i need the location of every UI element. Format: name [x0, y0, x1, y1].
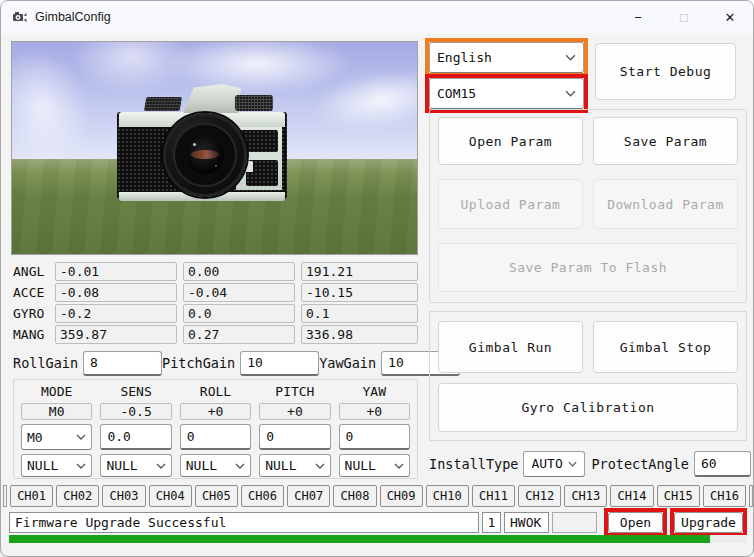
cloud [72, 41, 192, 92]
mang-x-value: 359.87 [55, 325, 177, 344]
row-label: ACCE [13, 285, 49, 300]
tab-ch06[interactable]: CH06 [241, 485, 284, 507]
mang-z-value: 336.98 [301, 325, 418, 344]
save-param-to-flash-button[interactable]: Save Param To Flash [438, 243, 738, 292]
open-param-button[interactable]: Open Param [438, 117, 583, 165]
tab-ch14[interactable]: CH14 [610, 485, 653, 507]
protect-angle-input[interactable] [694, 451, 751, 477]
tab-ch13[interactable]: CH13 [564, 485, 607, 507]
minimize-button[interactable]: − [615, 1, 661, 33]
tab-ch11[interactable]: CH11 [472, 485, 515, 507]
gyro-y-value: 0.0 [183, 304, 295, 323]
sens-input[interactable] [100, 424, 171, 450]
telemetry-table: ANGL -0.01 0.00 191.21 ACCE -0.08 -0.04 … [13, 262, 418, 344]
chevron-down-icon [76, 434, 86, 440]
pitch-input[interactable] [259, 424, 330, 450]
chevron-down-icon [394, 463, 404, 469]
language-highlight-box: English [425, 38, 588, 77]
rollgain-label: RollGain [13, 355, 78, 371]
gimbal-button-group: Gimbal Run Gimbal Stop Gyro Calibration [429, 311, 747, 441]
upload-param-button[interactable]: Upload Param [438, 179, 583, 229]
table-row: GYRO -0.2 0.0 0.1 [13, 304, 418, 323]
tab-ch09[interactable]: CH09 [380, 485, 423, 507]
start-debug-button[interactable]: Start Debug [595, 43, 736, 100]
status-count-field: 1 [482, 512, 501, 533]
mode-table-group: MODE SENS ROLL PITCH YAW M0 -0.5 +0 +0 +… [13, 379, 418, 479]
tab-ch01[interactable]: CH01 [10, 485, 53, 507]
open-firmware-button[interactable]: Open [608, 512, 663, 533]
window-title: GimbalConfig [35, 10, 111, 24]
roll-header: ROLL [180, 384, 251, 399]
tab-strip-edge [749, 485, 753, 507]
yaw-input[interactable] [339, 424, 410, 450]
yaw-null-select[interactable]: NULL [339, 454, 410, 477]
current-yaw-value: +0 [339, 403, 410, 420]
install-type-label: InstallType [429, 456, 518, 472]
maximize-button[interactable]: □ [661, 1, 707, 33]
rollgain-input[interactable] [83, 351, 162, 376]
angl-yaw-value: 191.21 [301, 262, 418, 281]
close-button[interactable]: ✕ [707, 1, 753, 33]
tab-ch02[interactable]: CH02 [56, 485, 99, 507]
upgrade-firmware-button[interactable]: Upgrade [674, 512, 743, 533]
pitch-null-select[interactable]: NULL [259, 454, 330, 477]
tab-ch08[interactable]: CH08 [333, 485, 376, 507]
chevron-down-icon [76, 463, 86, 469]
chevron-down-icon [565, 90, 576, 97]
tab-strip-edge [3, 485, 7, 507]
roll-null-select[interactable]: NULL [180, 454, 251, 477]
sens-null-select[interactable]: NULL [100, 454, 171, 477]
param-button-group: Open Param Save Param Upload Param Downl… [429, 109, 747, 303]
language-select[interactable]: English [429, 42, 584, 73]
tab-ch10[interactable]: CH10 [426, 485, 469, 507]
row-label: GYRO [13, 306, 49, 321]
chevron-down-icon [565, 54, 576, 61]
mode-select[interactable]: M0 [21, 424, 92, 450]
title-bar: GimbalConfig − □ ✕ [1, 1, 753, 33]
tab-ch03[interactable]: CH03 [102, 485, 145, 507]
current-sens-value: -0.5 [100, 403, 171, 420]
gimbal-run-button[interactable]: Gimbal Run [438, 321, 583, 373]
tab-ch16[interactable]: CH16 [703, 485, 746, 507]
firmware-progress-bar [9, 535, 747, 543]
acce-x-value: -0.08 [55, 283, 177, 302]
gimbal-3d-viewport[interactable] [11, 41, 418, 255]
protect-angle-label: ProtectAngle [591, 456, 689, 472]
camera-3d-model [117, 110, 287, 202]
angl-roll-value: -0.01 [55, 262, 177, 281]
install-settings-row: InstallType AUTO ProtectAngle [429, 450, 747, 477]
chevron-down-icon [315, 463, 325, 469]
acce-z-value: -10.15 [301, 283, 418, 302]
status-empty-field [552, 512, 597, 533]
gyro-calibration-button[interactable]: Gyro Calibration [438, 383, 738, 432]
tab-ch04[interactable]: CH04 [149, 485, 192, 507]
roll-input[interactable] [180, 424, 251, 450]
table-row: ANGL -0.01 0.00 191.21 [13, 262, 418, 281]
com-port-select[interactable]: COM15 [429, 78, 584, 109]
download-param-button[interactable]: Download Param [593, 179, 738, 229]
gyro-z-value: 0.1 [301, 304, 418, 323]
tab-ch15[interactable]: CH15 [657, 485, 700, 507]
tab-ch12[interactable]: CH12 [518, 485, 561, 507]
open-highlight-box: Open [604, 508, 667, 537]
status-message-field: Firmware Upgrade Successful [9, 512, 479, 533]
gains-row: RollGain PitchGain YawGain [13, 350, 418, 376]
gimbal-stop-button[interactable]: Gimbal Stop [593, 321, 738, 373]
upgrade-highlight-box: Upgrade [670, 508, 747, 537]
table-row: MANG 359.87 0.27 336.98 [13, 325, 418, 344]
save-param-button[interactable]: Save Param [593, 117, 738, 165]
camera-lens [163, 113, 247, 197]
tab-ch05[interactable]: CH05 [195, 485, 238, 507]
row-label: MANG [13, 327, 49, 342]
sens-header: SENS [100, 384, 171, 399]
tab-ch07[interactable]: CH07 [287, 485, 330, 507]
gyro-x-value: -0.2 [55, 304, 177, 323]
install-type-select[interactable]: AUTO [523, 451, 585, 477]
com-port-highlight-box: COM15 [425, 74, 588, 113]
progress-fill [9, 535, 710, 543]
pitchgain-input[interactable] [240, 351, 319, 376]
mode-null-select[interactable]: NULL [21, 454, 92, 477]
pitch-header: PITCH [259, 384, 330, 399]
current-roll-value: +0 [180, 403, 251, 420]
angl-pitch-value: 0.00 [183, 262, 295, 281]
